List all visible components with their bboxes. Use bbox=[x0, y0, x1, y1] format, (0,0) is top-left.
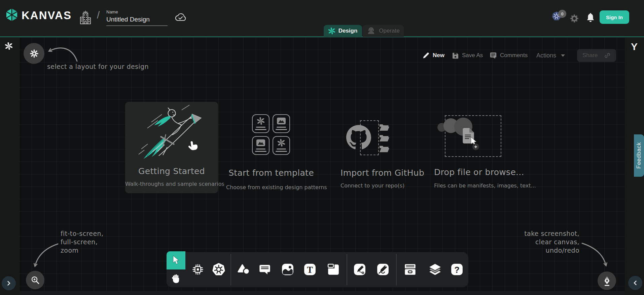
layers-tool-button[interactable] bbox=[428, 262, 442, 277]
pan-tool-button[interactable] bbox=[167, 269, 185, 287]
left-rail-pinwheel-icon[interactable] bbox=[5, 42, 12, 50]
select-cursor-icon bbox=[172, 255, 180, 265]
tab-design[interactable]: Design bbox=[324, 25, 362, 37]
drawer-icon bbox=[403, 263, 417, 276]
tab-operate[interactable]: Operate bbox=[363, 25, 404, 37]
canvas-bottom-strip bbox=[19, 291, 625, 295]
card-drop-file[interactable]: Drop file or browse... Files can be mani… bbox=[434, 113, 510, 192]
comment-tool-button[interactable] bbox=[257, 262, 272, 277]
image-icon bbox=[256, 139, 265, 146]
add-file-plus-badge bbox=[472, 143, 479, 150]
text-tool-icon: T bbox=[303, 263, 316, 276]
card-title: Import from GitHub bbox=[341, 168, 403, 178]
save-as-button[interactable]: Save As bbox=[452, 49, 483, 62]
folder-icon bbox=[379, 144, 390, 153]
frame-tool-button[interactable] bbox=[326, 262, 341, 277]
share-label: Share bbox=[582, 52, 598, 59]
header-bar: KANVAS / Name Untitled Design bbox=[0, 0, 644, 36]
zoom-hint-line: zoom bbox=[61, 246, 103, 255]
pen-tool-icon bbox=[353, 263, 366, 276]
infrastructure-tool-button[interactable] bbox=[190, 262, 205, 277]
left-rail bbox=[0, 37, 19, 295]
template-tile bbox=[252, 114, 270, 133]
card-title: Drop file or browse... bbox=[434, 167, 510, 177]
template-tiles bbox=[252, 114, 290, 155]
zoom-hint-text: fit-to-screen, full-screen, zoom bbox=[61, 229, 103, 255]
expand-right-panel-button[interactable] bbox=[628, 276, 642, 290]
new-button[interactable]: New bbox=[422, 49, 444, 62]
toolbar-divider bbox=[396, 254, 397, 285]
comment-tool-icon bbox=[258, 264, 271, 275]
pinwheel-icon bbox=[278, 139, 285, 146]
image-icon bbox=[277, 117, 286, 125]
chevron-left-icon bbox=[631, 279, 639, 287]
canvas-actions-button[interactable] bbox=[598, 271, 616, 290]
y-partner-logo[interactable]: Y bbox=[631, 41, 638, 52]
save-floppy-icon bbox=[452, 52, 459, 59]
notifications-bell-icon[interactable] bbox=[586, 13, 595, 24]
feedback-tab[interactable]: Feedback bbox=[634, 134, 644, 177]
card-start-from-template[interactable]: Start from template Choose from existing… bbox=[226, 111, 316, 193]
share-link-icon bbox=[604, 52, 611, 59]
magnifier-plus-icon bbox=[30, 275, 40, 285]
design-name-underline bbox=[106, 26, 168, 26]
comments-bubble-icon bbox=[490, 52, 497, 59]
canvas-actions-hint-line: take screenshot, bbox=[495, 229, 579, 238]
pen-tool-button[interactable] bbox=[352, 262, 367, 277]
drawer-tool-button[interactable] bbox=[403, 262, 418, 277]
zoom-hint-arrow bbox=[30, 239, 64, 269]
operate-support-icon bbox=[367, 27, 375, 35]
kubernetes-helm-icon bbox=[212, 262, 226, 277]
kubernetes-tool-button[interactable] bbox=[211, 262, 226, 277]
new-label: New bbox=[433, 52, 444, 59]
app-window: KANVAS / Name Untitled Design bbox=[0, 0, 644, 295]
image-tool-icon bbox=[281, 263, 294, 276]
template-tile bbox=[252, 136, 270, 155]
card-title: Start from template bbox=[226, 168, 316, 178]
pinwheel-icon bbox=[257, 117, 264, 125]
toolbar-divider bbox=[347, 254, 347, 285]
help-icon: ? bbox=[451, 263, 463, 276]
card-subtitle: Connect to your repo(s) bbox=[341, 182, 403, 189]
github-octocat-icon bbox=[346, 125, 371, 150]
zoom-hint-line: full-screen, bbox=[61, 238, 103, 246]
shapes-tool-button[interactable] bbox=[236, 262, 251, 277]
brand-wordmark: KANVAS bbox=[22, 9, 72, 22]
card-getting-started[interactable]: Getting Started Walk-throughs and sample… bbox=[125, 102, 218, 193]
canvas-actions-hint-line: undo/redo bbox=[495, 246, 579, 255]
zoom-controls-button[interactable] bbox=[26, 271, 44, 289]
design-pinwheel-icon bbox=[328, 28, 335, 34]
kanvas-logo-icon bbox=[4, 7, 20, 23]
help-tool-button[interactable]: ? bbox=[450, 262, 464, 277]
canvas-actions-hint-arrow bbox=[579, 239, 613, 269]
template-tile bbox=[273, 114, 290, 133]
template-tile bbox=[273, 136, 290, 155]
comments-button[interactable]: Comments bbox=[490, 49, 528, 62]
plus-icon bbox=[474, 145, 477, 149]
tab-operate-label: Operate bbox=[379, 28, 399, 34]
card-subtitle: Walk-throughs and sample scenarios bbox=[125, 181, 218, 187]
sign-in-button[interactable]: Sign In bbox=[600, 10, 629, 24]
sketch-pencil-icon bbox=[377, 263, 389, 276]
folder-icon bbox=[379, 123, 390, 132]
design-name-label: Name bbox=[106, 9, 118, 14]
organization-building-icon[interactable] bbox=[79, 10, 92, 26]
folder-icon bbox=[379, 134, 390, 142]
select-tool-button[interactable] bbox=[167, 251, 185, 269]
actions-dropdown[interactable]: Actions bbox=[536, 49, 565, 62]
card-import-from-github[interactable]: Import from GitHub Connect to your repo(… bbox=[341, 114, 403, 192]
expand-left-panel-button[interactable] bbox=[2, 276, 16, 290]
card-subtitle: Choose from existing design patterns bbox=[226, 184, 316, 191]
settings-gear-icon[interactable] bbox=[570, 14, 579, 23]
pointer-hand-cursor-icon bbox=[186, 140, 199, 153]
share-button[interactable]: Share bbox=[577, 49, 616, 62]
sketch-tool-button[interactable] bbox=[375, 262, 390, 277]
kubernetes-count-badge: 0 bbox=[558, 10, 566, 18]
comments-label: Comments bbox=[500, 52, 528, 59]
design-name-input[interactable]: Untitled Design bbox=[106, 16, 150, 23]
actions-label: Actions bbox=[536, 52, 556, 59]
shapes-icon bbox=[237, 263, 250, 276]
text-tool-button[interactable]: T bbox=[302, 262, 317, 277]
frame-tool-icon bbox=[327, 263, 340, 276]
image-tool-button[interactable] bbox=[280, 262, 295, 277]
